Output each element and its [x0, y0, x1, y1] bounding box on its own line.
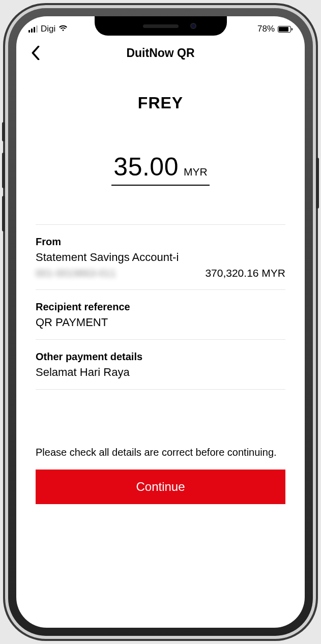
power-button	[316, 158, 319, 209]
phone-frame: Digi 78% DuitNow QR FREY	[5, 5, 316, 639]
front-camera	[190, 23, 196, 29]
notice-text: Please check all details are correct bef…	[36, 446, 285, 459]
cellular-icon	[28, 25, 38, 33]
reference-value: QR PAYMENT	[36, 316, 285, 329]
reference-label: Recipient reference	[36, 301, 285, 313]
carrier-label: Digi	[41, 24, 55, 34]
mute-switch	[2, 122, 5, 141]
reference-section: Recipient reference QR PAYMENT	[36, 290, 285, 340]
back-button[interactable]	[27, 45, 44, 61]
continue-button[interactable]: Continue	[36, 470, 285, 504]
speaker	[143, 24, 179, 28]
amount-display: 35.00 MYR	[36, 152, 285, 189]
page-title: DuitNow QR	[126, 46, 194, 60]
merchant-name: FREY	[36, 94, 285, 112]
notch	[95, 16, 227, 36]
nav-bar: DuitNow QR	[16, 39, 305, 67]
details-label: Other payment details	[36, 351, 285, 363]
details-section: Other payment details Selamat Hari Raya	[36, 340, 285, 390]
wifi-icon	[59, 24, 68, 34]
amount-currency: MYR	[184, 166, 208, 178]
from-label: From	[36, 236, 285, 248]
from-balance: 370,320.16 MYR	[205, 267, 285, 279]
battery-icon	[278, 26, 293, 33]
volume-down	[2, 196, 5, 231]
from-account-number: 001-0019863-011	[36, 268, 116, 279]
amount-value: 35.00	[113, 152, 179, 182]
volume-up	[2, 153, 5, 188]
battery-percent: 78%	[257, 24, 275, 34]
details-value: Selamat Hari Raya	[36, 366, 285, 379]
from-section[interactable]: From Statement Savings Account-i 001-001…	[36, 225, 285, 290]
from-account-name: Statement Savings Account-i	[36, 251, 285, 264]
